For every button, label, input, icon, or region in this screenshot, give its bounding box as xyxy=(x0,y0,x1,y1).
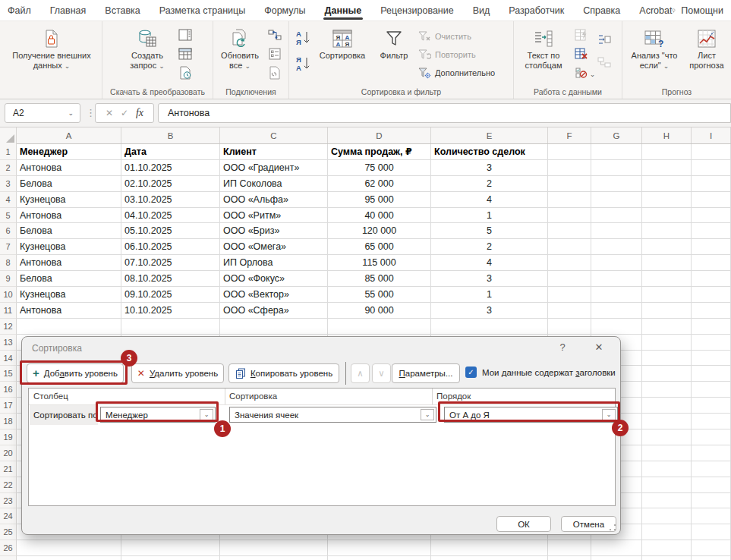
cell-A4[interactable]: Кузнецова xyxy=(17,192,121,208)
cell-G1[interactable] xyxy=(591,144,642,160)
formula-input[interactable]: Антонова xyxy=(158,103,731,123)
cell-G8[interactable] xyxy=(591,255,642,271)
cell-C5[interactable]: ООО «Ритм» xyxy=(220,208,328,224)
dropdown-chevron-icon[interactable]: ⌄ xyxy=(200,409,213,420)
row-header-3[interactable]: 3 xyxy=(0,176,17,192)
sort-descending-button[interactable]: Я А xyxy=(292,53,314,74)
cell-I23[interactable] xyxy=(692,493,731,509)
cell-B4[interactable]: 03.10.2025 xyxy=(121,192,220,208)
connections-icon[interactable] xyxy=(266,27,283,42)
cell-E7[interactable]: 2 xyxy=(431,239,548,255)
cell-I6[interactable] xyxy=(692,223,731,239)
column-header-A[interactable]: A xyxy=(17,127,121,143)
cell-A8[interactable]: Антонова xyxy=(17,255,121,271)
cell-D4[interactable]: 95 000 xyxy=(328,192,431,208)
row-header-21[interactable]: 21 xyxy=(0,461,17,477)
cell-E27[interactable] xyxy=(431,556,548,560)
cell-C9[interactable]: ООО «Фокус» xyxy=(220,271,328,287)
row-header-13[interactable]: 13 xyxy=(0,335,17,351)
cell-A2[interactable]: Антонова xyxy=(17,160,121,176)
cell-G11[interactable] xyxy=(591,303,642,319)
remove-duplicates-icon[interactable] xyxy=(573,46,590,61)
row-header-20[interactable]: 20 xyxy=(0,445,17,461)
ok-button[interactable]: ОК xyxy=(496,516,551,532)
cell-C11[interactable]: ООО «Сфера» xyxy=(220,303,328,319)
cell-D3[interactable]: 62 000 xyxy=(328,176,431,192)
cell-I4[interactable] xyxy=(692,192,731,208)
column-header-H[interactable]: H xyxy=(642,127,692,143)
cell-G3[interactable] xyxy=(591,176,642,192)
cell-F3[interactable] xyxy=(548,176,591,192)
cell-E11[interactable]: 3 xyxy=(431,303,548,319)
cell-I5[interactable] xyxy=(692,208,731,224)
cell-E12[interactable] xyxy=(431,319,548,335)
row-header-4[interactable]: 4 xyxy=(0,192,17,208)
cell-C6[interactable]: ООО «Бриз» xyxy=(220,223,328,239)
dialog-resize-grip[interactable] xyxy=(609,524,616,531)
cell-G4[interactable] xyxy=(591,192,642,208)
cell-B5[interactable]: 04.10.2025 xyxy=(121,208,220,224)
get-external-data-button[interactable]: Получение внешних данных⌄ xyxy=(10,27,93,71)
row-header-1[interactable]: 1 xyxy=(0,144,17,160)
cell-H10[interactable] xyxy=(642,287,692,303)
cell-B8[interactable]: 07.10.2025 xyxy=(121,255,220,271)
delete-level-button[interactable]: ✕ Удалить уровень xyxy=(131,363,224,383)
cell-I10[interactable] xyxy=(692,287,731,303)
show-queries-icon[interactable] xyxy=(177,27,194,42)
row-header-9[interactable]: 9 xyxy=(0,271,17,287)
row-header-26[interactable]: 26 xyxy=(0,540,17,556)
cell-H22[interactable] xyxy=(642,477,692,493)
cell-B2[interactable]: 01.10.2025 xyxy=(121,160,220,176)
cell-H21[interactable] xyxy=(642,461,692,477)
cell-I1[interactable] xyxy=(692,144,731,160)
cell-G2[interactable] xyxy=(591,160,642,176)
cell-A3[interactable]: Белова xyxy=(17,176,121,192)
cell-H12[interactable] xyxy=(642,319,692,335)
cell-B10[interactable]: 09.10.2025 xyxy=(121,287,220,303)
advanced-filter-button[interactable]: Дополнительно xyxy=(418,65,495,80)
row-header-23[interactable]: 23 xyxy=(0,493,17,509)
cell-G10[interactable] xyxy=(591,287,642,303)
cell-I14[interactable] xyxy=(692,351,731,367)
cell-E9[interactable]: 3 xyxy=(431,271,548,287)
assistant-entry[interactable]: Помощни xyxy=(672,0,723,20)
cell-H19[interactable] xyxy=(642,429,692,445)
cell-D6[interactable]: 120 000 xyxy=(328,223,431,239)
cell-B6[interactable]: 05.10.2025 xyxy=(121,223,220,239)
cell-E4[interactable]: 4 xyxy=(431,192,548,208)
cell-D10[interactable]: 55 000 xyxy=(328,287,431,303)
cell-D8[interactable]: 115 000 xyxy=(328,255,431,271)
column-header-D[interactable]: D xyxy=(328,127,431,143)
cell-D12[interactable] xyxy=(328,319,431,335)
cell-F7[interactable] xyxy=(548,239,591,255)
cell-I22[interactable] xyxy=(692,477,731,493)
cell-H9[interactable] xyxy=(642,271,692,287)
cell-A11[interactable]: Антонова xyxy=(17,303,121,319)
cell-H15[interactable] xyxy=(642,366,692,382)
cell-A7[interactable]: Кузнецова xyxy=(17,239,121,255)
cell-I3[interactable] xyxy=(692,176,731,192)
cell-D7[interactable]: 65 000 xyxy=(328,239,431,255)
dialog-close-button[interactable]: ✕ xyxy=(590,341,608,353)
row-header-27[interactable]: 27 xyxy=(0,556,17,560)
cell-G5[interactable] xyxy=(591,208,642,224)
cell-I17[interactable] xyxy=(692,398,731,414)
cell-H24[interactable] xyxy=(642,508,692,524)
cell-D26[interactable] xyxy=(328,540,431,556)
cell-I15[interactable] xyxy=(692,366,731,382)
row-header-19[interactable]: 19 xyxy=(0,429,17,445)
cell-F10[interactable] xyxy=(548,287,591,303)
cell-E6[interactable]: 5 xyxy=(431,223,548,239)
insert-function-icon[interactable]: fx xyxy=(136,107,143,119)
column-header-I[interactable]: I xyxy=(692,127,731,143)
cell-E3[interactable]: 2 xyxy=(431,176,548,192)
cell-H27[interactable] xyxy=(642,556,692,560)
cell-G12[interactable] xyxy=(591,319,642,335)
cell-I27[interactable] xyxy=(692,556,731,560)
sort-dialog-button[interactable]: Я А А Я Сортировка xyxy=(317,27,368,61)
refresh-all-button[interactable]: Обновить все⌄ xyxy=(216,27,263,71)
column-header-F[interactable]: F xyxy=(548,127,591,143)
cell-B12[interactable] xyxy=(121,319,220,335)
menu-tab-3[interactable]: Вставка xyxy=(105,0,140,20)
row-header-15[interactable]: 15 xyxy=(0,366,17,382)
